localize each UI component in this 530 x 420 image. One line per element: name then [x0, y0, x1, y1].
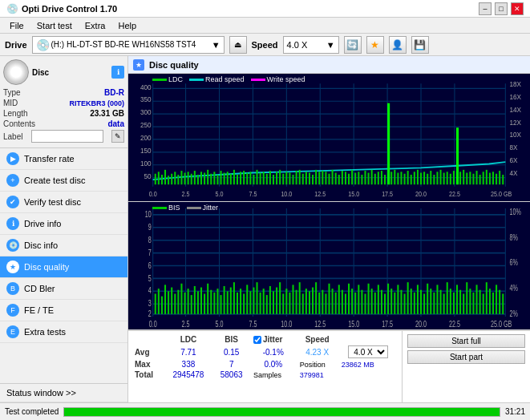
nav-drive-info[interactable]: ℹ Drive info — [0, 213, 127, 235]
svg-rect-94 — [309, 173, 310, 185]
nav-label-cd-bler: CD Bler — [24, 284, 55, 293]
svg-rect-304 — [496, 285, 497, 314]
svg-rect-217 — [210, 290, 212, 314]
nav-label-verify-test-disc: Verify test disc — [24, 197, 81, 207]
jitter-label: Jitter — [263, 335, 282, 344]
svg-text:8: 8 — [148, 235, 152, 244]
svg-rect-302 — [489, 289, 491, 314]
svg-text:10.0: 10.0 — [281, 319, 292, 329]
svg-text:5.0: 5.0 — [216, 190, 224, 198]
content-header: ★ Disc quality — [128, 56, 530, 74]
svg-rect-230 — [253, 288, 254, 314]
svg-rect-135 — [440, 170, 442, 184]
total-ldc: 2945478 — [164, 370, 212, 380]
speed-dropdown[interactable]: 4.0 X 2.0 X 8.0 X — [348, 345, 388, 358]
svg-rect-70 — [230, 174, 232, 184]
svg-text:300: 300 — [140, 108, 152, 117]
svg-text:16X: 16X — [509, 92, 521, 101]
disc-header: Disc ℹ — [3, 59, 124, 85]
svg-rect-123 — [400, 172, 402, 184]
svg-rect-200 — [155, 293, 156, 313]
disc-label-button[interactable]: ✎ — [111, 130, 124, 143]
svg-text:10.0: 10.0 — [281, 190, 292, 198]
nav-transfer-rate[interactable]: ▶ Transfer rate — [0, 148, 127, 170]
disc-length-row: Length 23.31 GB — [3, 109, 124, 118]
svg-rect-207 — [177, 290, 179, 314]
disc-label-input[interactable] — [31, 130, 103, 143]
eject-button[interactable]: ⏏ — [229, 36, 247, 54]
minimize-button[interactable]: – — [479, 2, 492, 15]
nav-fe-te[interactable]: F FE / TE — [0, 300, 127, 321]
refresh-button[interactable]: 🔄 — [344, 36, 362, 54]
svg-text:400: 400 — [140, 83, 152, 91]
svg-rect-273 — [394, 293, 395, 314]
speed-selector[interactable]: 4.0 X ▼ — [283, 36, 339, 54]
svg-rect-145 — [476, 171, 478, 184]
svg-rect-69 — [227, 172, 229, 184]
svg-rect-51 — [168, 176, 169, 184]
svg-text:10%: 10% — [509, 207, 520, 216]
legend-write-color — [251, 79, 265, 81]
svg-text:15.0: 15.0 — [348, 319, 359, 329]
start-full-button[interactable]: Start full — [407, 334, 525, 348]
svg-rect-88 — [289, 173, 290, 185]
titlebar-controls: – □ ✕ — [479, 2, 524, 15]
status-text: Test completed — [5, 407, 59, 416]
speed-dropdown-arrow: ▼ — [326, 40, 335, 50]
svg-rect-57 — [188, 172, 189, 184]
svg-rect-85 — [279, 170, 281, 184]
titlebar: 💿 Opti Drive Control 1.70 – □ ✕ — [0, 0, 530, 18]
svg-rect-220 — [220, 295, 222, 314]
menu-start-test[interactable]: Start test — [30, 20, 79, 31]
close-button[interactable]: ✕ — [511, 2, 524, 15]
nav-extra-tests[interactable]: E Extra tests — [0, 321, 127, 343]
svg-rect-237 — [276, 288, 277, 314]
max-jitter: 0.0% — [250, 359, 297, 370]
nav-label-transfer-rate: Transfer rate — [24, 154, 75, 164]
svg-rect-147 — [483, 172, 484, 184]
menu-extra[interactable]: Extra — [79, 20, 112, 31]
svg-rect-289 — [447, 282, 448, 314]
svg-rect-84 — [276, 172, 277, 184]
nav-verify-test-disc[interactable]: ✔ Verify test disc — [0, 192, 127, 213]
legend-ldc-color — [152, 79, 167, 81]
svg-rect-90 — [296, 171, 297, 184]
svg-rect-82 — [269, 171, 271, 184]
svg-text:100: 100 — [140, 159, 152, 168]
svg-rect-280 — [417, 285, 419, 314]
svg-rect-91 — [299, 170, 301, 184]
drive-dropdown-arrow: ▼ — [212, 40, 220, 50]
maximize-button[interactable]: □ — [495, 2, 508, 15]
svg-rect-235 — [269, 286, 271, 314]
nav-create-test-disc[interactable]: + Create test disc — [0, 170, 127, 192]
svg-rect-208 — [180, 284, 182, 314]
jitter-checkbox[interactable] — [253, 336, 261, 344]
disc-mid-label: MID — [3, 99, 18, 107]
disc-label-row: Label ✎ — [3, 130, 124, 143]
svg-rect-86 — [282, 174, 284, 184]
star-button[interactable]: ★ — [366, 36, 384, 54]
svg-text:22.5: 22.5 — [449, 190, 460, 198]
speed-select-cell[interactable]: 4.0 X 2.0 X 8.0 X — [338, 345, 399, 359]
start-part-button[interactable]: Start part — [407, 350, 525, 364]
drive-selector[interactable]: 💿 (H:) HL-DT-ST BD-RE WH16NS58 TST4 ▼ — [32, 36, 225, 54]
stats-row-max: Max 338 7 0.0% Position 23862 MB — [131, 359, 399, 370]
nav-disc-quality[interactable]: ★ Disc quality — [0, 256, 127, 278]
svg-rect-238 — [279, 282, 281, 314]
menu-help[interactable]: Help — [111, 20, 143, 31]
svg-rect-81 — [266, 174, 268, 184]
svg-rect-141 — [463, 170, 464, 184]
nav-cd-bler[interactable]: B CD Bler — [0, 278, 127, 300]
status-window-label: Status window >> — [6, 388, 76, 398]
disc-action-icon[interactable]: ℹ — [111, 66, 124, 79]
avg-label: Avg — [131, 345, 164, 359]
menu-file[interactable]: File — [3, 20, 30, 31]
save-button[interactable]: 💾 — [411, 36, 429, 54]
avg-speed: 4.23 X — [297, 345, 338, 359]
max-bis: 7 — [212, 359, 250, 370]
profile-button[interactable]: 👤 — [389, 36, 407, 54]
nav-icon-extra-tests: E — [6, 325, 19, 338]
nav-disc-info[interactable]: 💿 Disc info — [0, 235, 127, 256]
drive-name: (H:) HL-DT-ST BD-RE WH16NS58 TST4 — [51, 40, 196, 49]
status-window-button[interactable]: Status window >> — [0, 383, 127, 402]
